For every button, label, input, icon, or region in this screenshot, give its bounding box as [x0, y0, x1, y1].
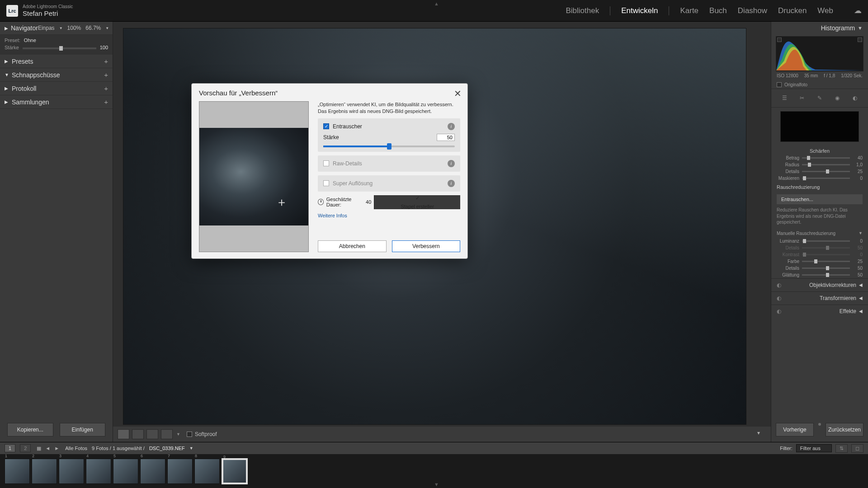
edit-sliders-icon[interactable]: ☰ [779, 93, 790, 103]
softproof-checkbox[interactable] [187, 432, 192, 437]
slider-track[interactable] [802, 178, 850, 179]
plus-icon[interactable]: + [104, 84, 108, 92]
slider-track[interactable] [802, 240, 850, 242]
view-before-after-lr-button[interactable] [132, 429, 144, 439]
zoom-66[interactable]: 66.7% [85, 25, 101, 31]
module-buch[interactable]: Buch [709, 6, 727, 15]
section-effekte[interactable]: ◐Effekte◀ [771, 305, 868, 318]
manual-noise-header[interactable]: Manuelle Rauschreduzierung ▼ [771, 229, 868, 238]
super-resolution-checkbox[interactable] [323, 180, 329, 186]
info-icon[interactable]: i [448, 123, 455, 130]
thumbnail[interactable]: 5 [113, 459, 138, 484]
detail-preview[interactable] [780, 111, 859, 142]
section-transformieren[interactable]: ◐Transformieren◀ [771, 291, 868, 305]
zoom-fit[interactable]: Einpas [38, 25, 55, 31]
module-drucken[interactable]: Drucken [778, 6, 807, 15]
raw-details-checkbox[interactable] [323, 160, 329, 166]
info-icon[interactable]: i [448, 180, 455, 187]
plus-icon[interactable]: + [104, 57, 108, 65]
module-entwickeln[interactable]: Entwickeln [621, 6, 658, 15]
eye-icon[interactable]: ◐ [777, 282, 781, 288]
eye-icon[interactable]: ◐ [777, 308, 781, 314]
grid-icon[interactable]: ▦ [37, 446, 41, 451]
slider-track[interactable] [802, 164, 850, 165]
sharpen-maskieren[interactable]: Maskieren0 [771, 175, 868, 182]
noise-luminanz[interactable]: Luminanz0 [771, 238, 868, 244]
original-photo-row[interactable]: Originalfoto [771, 81, 868, 89]
eye-icon[interactable]: ◐ [777, 295, 781, 301]
slider-track[interactable] [802, 267, 850, 269]
original-photo-checkbox[interactable] [777, 82, 782, 87]
filter-lock-icon[interactable]: ⇅ [835, 444, 848, 453]
thumbnail[interactable]: 8 [194, 459, 220, 484]
zoom-100[interactable]: 100% [67, 25, 81, 31]
thumbnail[interactable]: 4 [86, 459, 111, 484]
panel-sammlungen[interactable]: ▶Sammlungen+ [0, 95, 113, 109]
paste-button[interactable]: Einfügen [60, 423, 106, 436]
monitor-tab-1[interactable]: 1 [5, 444, 15, 452]
sharpen-betrag[interactable]: Betrag40 [771, 155, 868, 161]
module-bibliothek[interactable]: Bibliothek [566, 6, 599, 15]
bottom-edge-grip[interactable]: ▼ [434, 482, 439, 487]
previous-button[interactable]: Vorherige [776, 423, 814, 436]
thumbnail[interactable]: 9 [222, 458, 248, 484]
slider-track[interactable] [802, 261, 850, 262]
cloud-sync-icon[interactable]: ☁ [854, 6, 862, 15]
strength-input[interactable] [437, 134, 455, 141]
section-objektivkorrekturen[interactable]: ◐Objektivkorrekturen◀ [771, 278, 868, 291]
view-before-after-tb-button[interactable] [146, 429, 158, 439]
sharpen-details[interactable]: Details25 [771, 168, 868, 175]
nav-fwd-icon[interactable]: ► [54, 446, 59, 451]
panel-protokoll[interactable]: ▶Protokoll+ [0, 82, 113, 95]
close-icon[interactable]: ✕ [452, 88, 463, 99]
plus-icon[interactable]: + [104, 71, 108, 79]
info-icon[interactable]: i [448, 160, 455, 167]
preset-value[interactable]: Ohne [24, 38, 36, 43]
filter-toggle-icon[interactable]: ◻ [851, 444, 863, 453]
toolbar-menu-icon[interactable]: ▾ [757, 430, 766, 439]
view-y-button[interactable] [161, 429, 173, 439]
enhance-preview-image[interactable]: ＋ [199, 101, 309, 252]
cancel-button[interactable]: Abbrechen [318, 240, 386, 252]
slider-track[interactable] [802, 274, 850, 276]
noise-glättung[interactable]: Glättung50 [771, 272, 868, 278]
slider-track[interactable] [802, 157, 850, 159]
panel-presets[interactable]: ▶Presets+ [0, 55, 113, 68]
create-stack-checkbox[interactable]: ✓ [415, 195, 420, 201]
chevron-down-icon[interactable]: ▼ [189, 446, 193, 450]
sharpen-radius[interactable]: Radius1,0 [771, 161, 868, 168]
view-loupe-button[interactable] [118, 429, 129, 439]
thumbnail[interactable]: 1 [5, 459, 30, 484]
thumbnail[interactable]: 7 [167, 459, 193, 484]
module-web[interactable]: Web [817, 6, 833, 15]
more-info-link[interactable]: Weitere Infos [318, 213, 460, 218]
thumbnail[interactable]: 6 [140, 459, 165, 484]
panel-schnappschüsse[interactable]: ▼Schnappschüsse+ [0, 68, 113, 82]
enhance-button[interactable]: Verbessern [392, 240, 460, 252]
denoise-button[interactable]: Entrauschen... [777, 194, 863, 204]
reset-button[interactable]: Zurücksetzen [826, 423, 863, 436]
chevron-down-icon[interactable]: ▼ [59, 26, 63, 30]
noise-details[interactable]: Details50 [771, 265, 868, 272]
monitor-tab-2[interactable]: 2 [20, 444, 31, 452]
module-karte[interactable]: Karte [680, 6, 698, 15]
module-diashow[interactable]: Diashow [738, 6, 767, 15]
chevron-down-icon[interactable]: ▼ [105, 26, 109, 30]
heal-icon[interactable]: ✎ [814, 93, 825, 103]
slider-track[interactable] [802, 171, 850, 172]
histogram-header[interactable]: Histogramm ▼ [771, 22, 868, 33]
thumbnail[interactable]: 3 [59, 459, 84, 484]
noise-farbe[interactable]: Farbe25 [771, 258, 868, 265]
top-edge-grip[interactable]: ▲ [434, 1, 439, 6]
filter-dropdown[interactable]: Filter aus [796, 444, 832, 452]
breadcrumb-path[interactable]: Alle Fotos [65, 446, 87, 451]
crop-icon[interactable]: ✂ [797, 93, 807, 103]
redeye-icon[interactable]: ◉ [832, 93, 843, 103]
softproof-toggle[interactable]: Softproof [187, 431, 217, 437]
copy-button[interactable]: Kopieren... [7, 423, 53, 436]
nav-back-icon[interactable]: ◄ [45, 446, 50, 451]
denoise-checkbox[interactable]: ✓ [323, 123, 329, 129]
preset-amount-slider[interactable] [23, 47, 96, 49]
mask-icon[interactable]: ◐ [849, 93, 860, 103]
plus-icon[interactable]: + [104, 98, 108, 106]
